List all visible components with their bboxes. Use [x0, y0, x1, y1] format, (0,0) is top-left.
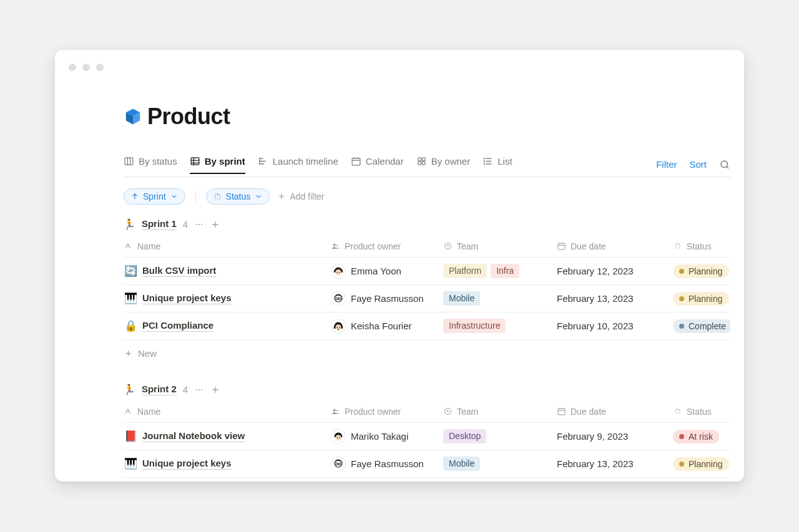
cell-status[interactable]: Planning	[667, 292, 730, 306]
row-title[interactable]: Journal Notebook view	[142, 430, 245, 442]
table-row[interactable]: 🎹Unique project keysFaye RasmussonMobile…	[124, 450, 730, 478]
new-label: New	[138, 348, 157, 359]
tab-by-sprint[interactable]: By sprint	[190, 156, 245, 174]
col-name[interactable]: Name	[124, 241, 325, 251]
team-tag[interactable]: Platform	[443, 264, 487, 278]
page-icon[interactable]	[124, 107, 142, 126]
tab-by-owner[interactable]: By owner	[416, 156, 471, 174]
filter-link[interactable]: Filter	[656, 159, 677, 170]
svg-rect-15	[217, 198, 218, 200]
team-tag[interactable]: Desktop	[443, 429, 486, 443]
cell-due[interactable]: February 13, 2023	[551, 458, 667, 469]
page-title[interactable]: Product	[147, 104, 230, 130]
status-badge[interactable]: Complete	[673, 319, 730, 333]
status-filter-chip[interactable]: Status	[206, 188, 270, 205]
add-filter-button[interactable]: Add filter	[277, 191, 324, 201]
col-name[interactable]: Name	[124, 407, 325, 417]
svg-rect-47	[675, 411, 677, 412]
row-title[interactable]: PCI Compliance	[142, 320, 213, 332]
svg-rect-26	[677, 243, 678, 245]
cell-status[interactable]: At risk	[667, 430, 730, 443]
sprint-filter-chip[interactable]: Sprint	[124, 188, 185, 205]
cell-name[interactable]: 🎹Unique project keys	[124, 457, 325, 470]
row-title[interactable]: Unique project keys	[142, 458, 232, 470]
cell-due[interactable]: February 13, 2023	[551, 293, 667, 304]
traffic-dot[interactable]	[96, 64, 104, 71]
cell-owner[interactable]: Mariko Takagi	[325, 429, 437, 444]
team-tag[interactable]: Infra	[491, 264, 519, 278]
cell-name[interactable]: 📕Journal Notebook view	[124, 430, 325, 443]
group-title[interactable]: Sprint 1	[142, 218, 177, 230]
col-due[interactable]: Due date	[551, 241, 667, 251]
tab-calendar[interactable]: Calendar	[351, 156, 404, 174]
cell-name[interactable]: 🎹Unique project keys	[124, 292, 325, 305]
col-status[interactable]: Status	[667, 241, 730, 251]
cell-due[interactable]: February 10, 2023	[551, 321, 667, 331]
cell-team[interactable]: Mobile	[437, 457, 551, 471]
more-icon[interactable]	[194, 385, 204, 395]
cell-owner[interactable]: Keisha Fourier	[325, 319, 437, 334]
team-tag[interactable]: Mobile	[443, 291, 480, 306]
view-tabs: By status By sprint Launch timeline Cale…	[124, 152, 730, 177]
tab-list[interactable]: List	[483, 156, 512, 174]
cell-name[interactable]: 🔒PCI Compliance	[124, 319, 325, 332]
col-owner[interactable]: Product owner	[325, 241, 437, 251]
status-badge[interactable]: At risk	[673, 430, 719, 443]
cell-owner[interactable]: Emma Yoon	[325, 264, 437, 279]
svg-rect-33	[675, 244, 677, 246]
chip-label: Sprint	[143, 191, 166, 201]
search-icon[interactable]	[719, 159, 730, 170]
team-tag[interactable]: Infrastructure	[443, 319, 506, 333]
status-badge[interactable]: Planning	[673, 264, 729, 278]
col-due[interactable]: Due date	[551, 407, 667, 417]
table-row[interactable]: 🎹Unique project keysFaye RasmussonMobile…	[124, 285, 730, 312]
board-icon	[124, 156, 134, 167]
new-row-button[interactable]: New	[124, 340, 730, 366]
svg-point-36	[201, 389, 202, 390]
cell-status[interactable]: Complete	[667, 319, 730, 333]
cell-due[interactable]: February 12, 2023	[551, 266, 667, 276]
status-badge[interactable]: Planning	[673, 457, 729, 471]
cell-team[interactable]: Desktop	[437, 429, 551, 443]
avatar	[331, 291, 346, 306]
add-row-icon[interactable]	[210, 385, 220, 395]
group-header[interactable]: ▼🏃Sprint 24	[124, 384, 730, 395]
chevron-down-icon	[254, 192, 263, 201]
team-tag[interactable]: Mobile	[443, 457, 480, 471]
col-team[interactable]: Team	[437, 241, 551, 251]
svg-rect-12	[218, 194, 220, 196]
cell-owner[interactable]: Faye Rasmusson	[325, 457, 437, 472]
cell-due[interactable]: February 9, 2023	[551, 431, 667, 442]
svg-rect-27	[679, 244, 680, 246]
tab-by-status[interactable]: By status	[124, 156, 177, 174]
cell-name[interactable]: 🔄Bulk CSV import	[124, 264, 325, 278]
timeline-icon	[258, 156, 268, 167]
runner-icon: 🏃	[124, 218, 135, 230]
traffic-dot[interactable]	[69, 64, 76, 71]
col-status[interactable]: Status	[667, 407, 730, 417]
cell-team[interactable]: Platform Infra	[437, 264, 551, 278]
row-title[interactable]: Bulk CSV import	[142, 265, 216, 277]
svg-rect-5	[418, 162, 421, 165]
table-row[interactable]: 🔒PCI ComplianceKeisha FourierInfrastruct…	[124, 312, 730, 340]
col-owner[interactable]: Product owner	[325, 407, 437, 417]
cell-status[interactable]: Planning	[667, 457, 730, 471]
cell-owner[interactable]: Faye Rasmusson	[325, 291, 437, 306]
more-icon[interactable]	[194, 220, 204, 230]
col-team[interactable]: Team	[437, 407, 551, 417]
table-row[interactable]: 📕Journal Notebook viewMariko TakagiDeskt…	[124, 423, 730, 450]
group-title[interactable]: Sprint 2	[142, 384, 177, 395]
svg-rect-29	[679, 247, 680, 249]
group-header[interactable]: ▼🏃Sprint 14	[124, 218, 730, 230]
add-row-icon[interactable]	[210, 220, 220, 230]
cell-team[interactable]: Infrastructure	[437, 319, 551, 333]
sort-link[interactable]: Sort	[689, 159, 707, 170]
cell-status[interactable]: Planning	[667, 264, 730, 278]
cell-team[interactable]: Mobile	[437, 291, 551, 306]
status-badge[interactable]: Planning	[673, 292, 729, 306]
traffic-dot[interactable]	[82, 64, 90, 71]
group-count: 4	[183, 384, 188, 395]
table-row[interactable]: 🔄Bulk CSV importEmma YoonPlatform InfraF…	[124, 258, 730, 285]
row-title[interactable]: Unique project keys	[142, 293, 232, 304]
tab-launch-timeline[interactable]: Launch timeline	[258, 156, 338, 174]
